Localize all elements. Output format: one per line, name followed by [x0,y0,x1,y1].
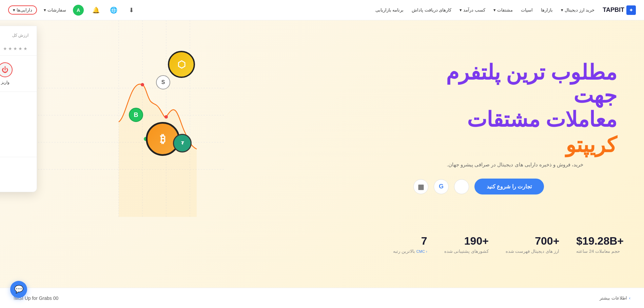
logo[interactable]: ✦ TAPBIT [603,5,636,15]
nav-spot[interactable]: اسپات [521,7,533,13]
logo-icon: ✦ [626,5,636,15]
qr-button[interactable]: ▦ [413,179,428,194]
nav-buy-crypto[interactable]: خرید ارز دیجیتال ▾ [561,7,594,13]
globe-button[interactable]: 🌐 [108,5,119,16]
header-right-nav: ✦ TAPBIT خرید ارز دیجیتال ▾ بازارها اسپا… [375,5,636,15]
menu-spot[interactable]: اسپات ◎ [0,109,37,124]
chevron-down-icon-earn: ▾ [460,7,462,13]
header: ✦ TAPBIT خرید ارز دیجیتال ▾ بازارها اسپا… [0,0,644,20]
chevron-down-icon-derivatives: ▾ [493,7,496,13]
chat-icon: 💬 [14,285,23,294]
stat-volume: +$19.28B حجم معاملات 24 ساعته [576,235,624,254]
nav-derivatives[interactable]: مشتقات ▾ [493,7,513,13]
menu-items: بررسی اجمالی ⊟ اسپات ◎ فیوچرز ↗ کسب درآم… [0,92,37,156]
stats-row: +$19.28B حجم معاملات 24 ساعته +700 ارز ه… [393,235,624,254]
deposit-button[interactable]: ⏻ واریز [0,62,13,85]
logo-text: TAPBIT [603,6,624,14]
hero-text: مطلوب ترین پلتفرم جهت معاملات مشتقات کری… [413,61,617,194]
start-trading-button[interactable]: تجارت را شروع کنید [474,179,544,194]
bottom-banner: › اطلاعات بیشتر 00 MSI Up for Grabs! [0,288,644,308]
notification-button[interactable]: 🔔 [91,5,101,16]
coin-usdt: ₮ [173,134,192,152]
stat-assets-label: ارز های دیجیتال فهرست شده [506,249,559,254]
balance-section: ارزش کل 👁 USDT ★★★★★★ ★★★★★ [0,26,37,56]
coin-s: S [156,75,170,89]
stat-rank-label: ‹ CMC بالاترین رتبه [393,249,427,254]
more-info-link[interactable]: › اطلاعات بیشتر [600,295,630,301]
hero-background: ⬡ S B ₿ ₮ مطلوب ترین پلتفرم جهت معاملات … [0,20,644,308]
address-book-item[interactable]: Address Book 📋 [0,157,37,172]
google-icon: G [439,183,444,190]
nav-marketing[interactable]: برنامه بازاریابی [375,7,404,13]
nav-assets-dropdown[interactable]: دارایی‌ها ▾ [8,5,37,15]
avatar[interactable]: A [73,5,84,16]
menu-futures[interactable]: فیوچرز ↗ [0,124,37,138]
nav-rewards[interactable]: کارهای دریافت پاداش [412,7,451,13]
stat-volume-label: حجم معاملات 24 ساعته [576,249,624,254]
action-buttons: ⏻ واریز ↑ برداشت ↻ انتقال سرمایه [0,56,37,92]
history-item[interactable]: تاریخ 🕐 [0,172,37,186]
balance-value: 👁 USDT ★★★★★★ [0,39,28,45]
stat-countries-value: +190 [444,235,489,247]
header-left: ⬇ 🌐 🔔 A سفارشات ▾ دارایی‌ها ▾ [8,5,137,16]
menu-overview[interactable]: بررسی اجمالی ⊟ [0,95,37,109]
assets-dropdown-panel: ارزش کل 👁 USDT ★★★★★★ ★★★★★ ⏻ واریز [0,26,37,192]
balance-label: ارزش کل [0,33,28,38]
cta-row: تجارت را شروع کنید G ▦ [413,179,617,194]
chat-button[interactable]: 💬 [10,281,27,298]
cmc-arrow: ‹ CMC [416,249,427,253]
stat-assets: +700 ارز های دیجیتال فهرست شده [506,235,559,254]
hero-title-line2: معاملات مشتقات کریپتو [413,107,617,158]
nav-orders[interactable]: سفارشات ▾ [44,7,66,13]
coin-bnb: ⬡ [168,51,195,78]
main-content: ⬡ S B ₿ ₮ مطلوب ترین پلتفرم جهت معاملات … [0,20,644,308]
coin-b: B [129,108,143,122]
hero-subtitle: خرید، فروش و ذخیره دارایی های دیجیتال در… [413,162,617,168]
stat-rank-value: 7 [393,235,427,247]
hero-title-line1: مطلوب ترین پلتفرم جهت [413,61,617,107]
stat-rank: 7 ‹ CMC بالاترین رتبه [393,235,427,254]
qr-icon: ▦ [418,183,424,191]
stat-assets-value: +700 [506,235,559,247]
google-store-button[interactable]: G [434,179,449,194]
menu-earn-item[interactable]: کسب درآمد 🐷 [0,138,37,153]
chevron-down-icon: ▾ [561,7,563,13]
nav-markets[interactable]: بازارها [541,7,553,13]
stat-countries-label: کشورهای پشتیبانی شده [444,249,489,254]
download-button[interactable]: ⬇ [126,5,137,16]
stat-volume-value: +$19.28B [576,235,624,247]
stat-countries: +190 کشورهای پشتیبانی شده [444,235,489,254]
deposit-icon: ⏻ [0,62,13,77]
apple-store-button[interactable] [454,179,469,194]
more-info-arrow: › [629,295,630,301]
deposit-label: واریز [1,80,9,85]
chevron-down-icon-orders: ▾ [44,7,46,13]
more-info-label: اطلاعات بیشتر [600,295,627,301]
svg-point-11 [164,115,168,119]
balance-stars-sub: ★★★★★ [0,46,28,51]
chevron-down-icon-assets: ▾ [13,7,15,13]
nav-earn[interactable]: کسب درآمد ▾ [460,7,485,13]
svg-point-10 [141,83,144,86]
